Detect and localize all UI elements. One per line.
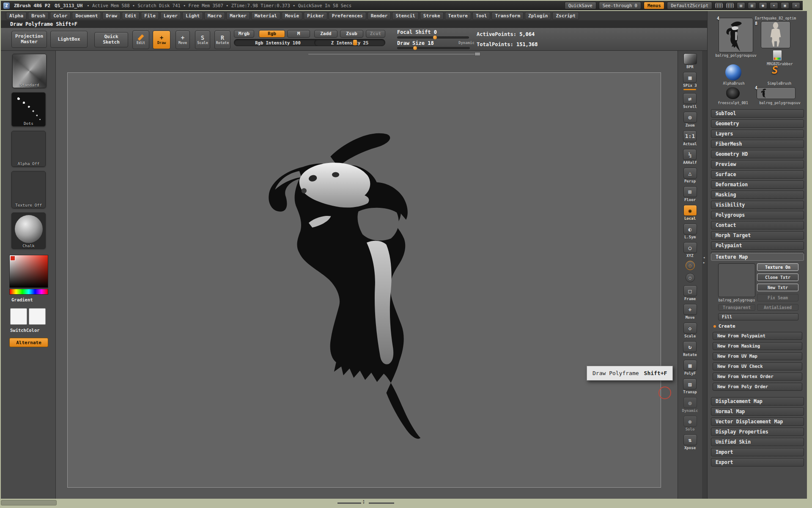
divider-collapse-icon[interactable]: ◂ [703, 255, 705, 260]
store-config-icon[interactable]: ▤ [737, 2, 745, 9]
rotate-button[interactable]: R Rotate [214, 30, 230, 49]
right-shelf-button[interactable]: ▨ Transp [683, 378, 697, 394]
projection-master-button[interactable]: Projection Master [11, 31, 47, 48]
zadd-button[interactable]: Zadd [314, 30, 337, 38]
menu-item[interactable]: Transform [491, 12, 524, 20]
palette-section-header[interactable]: Vector Displacement Map [711, 417, 804, 426]
create-button[interactable]: New From UV Map [713, 352, 802, 360]
right-shelf-button[interactable]: ● Solo [683, 416, 697, 431]
ui-config-icon[interactable]: |||| [726, 2, 734, 9]
divider-expand-icon[interactable]: ▸ [703, 260, 705, 265]
palette-section-header[interactable]: Preview [711, 160, 804, 168]
right-shelf-button[interactable]: □ Frame [683, 285, 697, 301]
ui-config-icon[interactable]: |||| [715, 2, 723, 9]
right-shelf-button[interactable]: ◇ Scale [683, 323, 697, 338]
new-txtr-button[interactable]: New Txtr [757, 284, 798, 291]
transparent-button[interactable]: Transparent [718, 304, 755, 311]
draw-size-slider[interactable] [397, 47, 470, 49]
right-shelf-button[interactable]: ○ XYZ [683, 242, 697, 258]
scale-button[interactable]: S Scale [195, 30, 210, 49]
dynamic-label[interactable]: Dynamic [458, 41, 475, 45]
palette-section-header[interactable]: Normal Map [711, 407, 804, 416]
menu-item[interactable]: Tool [472, 12, 491, 20]
create-button[interactable]: New From Masking [713, 342, 802, 350]
palette-section-header[interactable]: Masking [711, 190, 804, 199]
texture-map-header[interactable]: Texture Map [711, 253, 804, 261]
secondary-color-swatch[interactable] [29, 308, 46, 325]
draw-button[interactable]: + Draw [153, 30, 170, 49]
create-subsection-header[interactable]: Create [713, 323, 735, 329]
zcut-button[interactable]: Zcut [366, 30, 385, 38]
menu-item[interactable]: Texture [445, 12, 471, 20]
menu-item[interactable]: Alpha [6, 12, 27, 20]
right-shelf-button[interactable]: BPR [683, 53, 697, 69]
gradient-label[interactable]: Gradient [11, 297, 33, 302]
right-shelf-button[interactable]: ◌ [686, 261, 695, 270]
palette-section-header[interactable]: Geometry [711, 119, 804, 128]
right-shelf-button[interactable]: ◐ L.Sym [683, 224, 697, 239]
right-shelf-button[interactable]: ⊞ Floor [683, 186, 697, 202]
spix-slider[interactable] [683, 89, 696, 90]
hue-bar[interactable] [9, 289, 48, 295]
lock-icon[interactable]: ● [759, 2, 767, 9]
menu-item[interactable]: Zplugin [525, 12, 551, 20]
menu-item[interactable]: Picker [304, 12, 327, 20]
canvas-hscroll-handle[interactable] [475, 52, 480, 56]
slider-handle[interactable] [413, 46, 417, 50]
menu-item[interactable]: Stroke [420, 12, 444, 20]
menu-item[interactable]: Macro [204, 12, 225, 20]
palette-section-header[interactable]: Morph Target [711, 231, 804, 240]
create-button[interactable]: New From UV Check [713, 362, 802, 370]
menu-item[interactable]: Draw [102, 12, 121, 20]
right-shelf-button[interactable]: ⊙ Zoom [683, 112, 697, 127]
main-color-swatch[interactable] [10, 308, 27, 325]
focal-shift-slider[interactable] [397, 36, 469, 39]
default-zscript-button[interactable]: DefaultZScript [667, 2, 712, 9]
right-shelf-button[interactable]: △ Persp [683, 168, 697, 183]
menu-item[interactable]: Stencil [392, 12, 418, 20]
switch-color-button[interactable]: SwitchColor [10, 328, 40, 333]
palette-section-header[interactable]: Polypaint [711, 241, 804, 250]
menu-item[interactable]: Document [72, 12, 101, 20]
stroke-selector[interactable]: Dots [11, 92, 46, 127]
create-button[interactable]: New From Polypaint [713, 332, 802, 340]
create-button[interactable]: New From Vertex Order [713, 373, 802, 381]
texture-map-thumbnail[interactable] [718, 263, 755, 297]
antialiased-button[interactable]: Antialiased [757, 304, 798, 311]
collapse-icon[interactable]: ▾ [770, 2, 778, 9]
tool-thumbnail-simplebrush[interactable]: S [772, 64, 778, 76]
palette-section-header[interactable]: Geometry HD [711, 150, 804, 158]
right-shelf-button[interactable]: 1:1 Actual [683, 130, 697, 146]
tool-thumbnail-earthquake[interactable] [761, 21, 790, 48]
palette-section-header[interactable]: Visibility [711, 201, 804, 209]
zsub-button[interactable]: Zsub [340, 30, 363, 38]
tray-divider[interactable]: ◂ ▸ [702, 51, 707, 499]
menu-item[interactable]: Brush [28, 12, 49, 20]
menu-item[interactable]: Zscript [552, 12, 579, 20]
canvas-bottom-scrollbar[interactable] [337, 502, 361, 504]
menu-item[interactable]: Marker [226, 12, 250, 20]
tool-thumbnail-freesculpt[interactable] [726, 87, 740, 99]
canvas[interactable] [56, 51, 678, 499]
right-shelf-button[interactable]: ⇅ Xpose [683, 434, 697, 450]
tool-thumbnail-alphabrush[interactable] [725, 64, 741, 80]
palette-section-header[interactable]: Unified Skin [711, 438, 804, 446]
fill-button[interactable]: Fill [718, 313, 798, 320]
texture-selector[interactable]: Texture Off [11, 171, 46, 208]
texture-on-button[interactable]: Texture On [757, 263, 798, 271]
right-shelf-button[interactable]: ◉ Local [683, 205, 697, 221]
palette-section-header[interactable]: Polygroups [711, 211, 804, 219]
move-button[interactable]: + Move [176, 30, 190, 49]
close-icon[interactable]: × [792, 2, 800, 9]
material-selector[interactable]: Chalk [11, 213, 46, 249]
slider-handle[interactable] [433, 36, 437, 39]
quicksave-button[interactable]: QuickSave [565, 2, 596, 9]
menu-item[interactable]: Preferences [329, 12, 366, 20]
right-shelf-button[interactable]: ⇄ Scroll [683, 93, 697, 109]
m-button[interactable]: M [287, 30, 310, 38]
color-picker[interactable] [9, 255, 48, 295]
tool-thumbnail-balrog[interactable] [719, 18, 753, 52]
see-through-slider[interactable]: See-through 0 [599, 2, 641, 9]
tool-thumbnail-balrog-small[interactable] [757, 87, 796, 99]
right-shelf-button[interactable]: ↻ Rotate [683, 341, 697, 357]
